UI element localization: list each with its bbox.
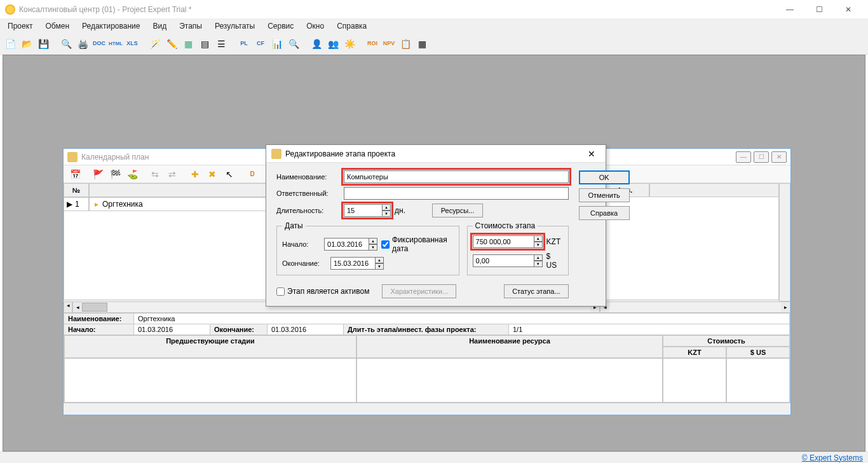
tb-open-icon[interactable]: 📂 — [19, 36, 34, 52]
col-resource-name: Наименование ресурса — [356, 335, 663, 358]
tb-html-icon[interactable]: HTML — [108, 36, 123, 52]
ct-add-icon[interactable]: ✚ — [187, 167, 203, 182]
kzt-body[interactable] — [663, 358, 726, 403]
hscroll-right[interactable]: ◂▸ — [600, 301, 790, 313]
cost-kzt-spinner[interactable]: ▲▼ — [473, 235, 543, 248]
dialog-titlebar[interactable]: Редактирование этапа проекта ✕ — [266, 145, 606, 163]
tb-zoom-icon[interactable]: 🔍 — [286, 36, 301, 52]
ct-d-icon[interactable]: D — [245, 167, 260, 182]
tb-rows-icon[interactable]: ☰ — [214, 36, 229, 52]
tb-user2-icon[interactable]: 👥 — [325, 36, 341, 52]
det-phase-value: 1/1 — [509, 324, 790, 335]
tb-table-icon[interactable]: ▤ — [197, 36, 212, 52]
cost-kzt-input[interactable] — [473, 235, 534, 248]
ct-del-icon[interactable]: ✖ — [205, 167, 220, 182]
menu-results[interactable]: Результаты — [210, 20, 260, 32]
tb-sun-icon[interactable]: ☀️ — [342, 36, 357, 52]
vscroll[interactable] — [779, 183, 790, 301]
child-maximize[interactable]: ☐ — [754, 151, 769, 163]
tb-print-icon[interactable]: 🖨️ — [75, 36, 90, 52]
tb-save-icon[interactable]: 💾 — [36, 36, 51, 52]
help-button[interactable]: Справка — [579, 206, 630, 220]
copyright-link[interactable]: © Expert Systems — [802, 453, 863, 462]
ct-link2-icon[interactable]: ⇄ — [165, 167, 180, 182]
spin-up-icon[interactable]: ▲ — [382, 204, 391, 211]
det-name-label: Наименование: — [64, 314, 134, 324]
tb-pl-icon[interactable]: PL — [236, 36, 252, 52]
menu-window[interactable]: Окно — [301, 20, 329, 32]
end-input[interactable] — [330, 257, 375, 270]
characteristics-button: Характеристики... — [382, 284, 456, 298]
name-label: Наименование: — [276, 173, 340, 181]
start-spinner[interactable]: ▲▼ — [324, 238, 377, 251]
col-predecessors: Предшествующие стадии — [64, 335, 356, 358]
menu-help[interactable]: Справка — [332, 20, 372, 32]
ct-flag2-icon[interactable]: 🏁 — [107, 167, 123, 182]
det-start-label: Начало: — [64, 324, 134, 335]
dialog-close[interactable]: ✕ — [583, 149, 600, 159]
tb-block-icon[interactable]: ▦ — [180, 36, 196, 52]
dialog-icon — [271, 149, 281, 159]
window-maximize[interactable]: ☐ — [804, 0, 834, 19]
tb-doc-icon[interactable]: DOC — [92, 36, 107, 52]
asset-box[interactable] — [276, 287, 285, 296]
menu-project[interactable]: Проект — [3, 20, 38, 32]
app-icon — [5, 4, 15, 15]
name-input[interactable] — [344, 170, 569, 183]
child-minimize[interactable]: — — [736, 151, 751, 163]
cost-usd-spinner[interactable]: ▲▼ — [473, 254, 543, 267]
tb-bs-icon[interactable]: 📊 — [269, 36, 285, 52]
tb-search-icon[interactable]: 🔍 — [58, 36, 74, 52]
menu-stages[interactable]: Этапы — [174, 20, 207, 32]
fixed-date-check[interactable]: Фиксированная дата — [381, 235, 454, 253]
window-close[interactable]: ✕ — [834, 0, 863, 19]
tb-grid-icon[interactable]: ▦ — [414, 36, 430, 52]
ok-button[interactable]: OK — [579, 170, 630, 184]
tb-new-icon[interactable]: 📄 — [3, 36, 18, 52]
det-end-value: 01.03.2016 — [268, 324, 344, 335]
resp-input[interactable] — [344, 187, 569, 200]
tb-edit-icon[interactable]: ✏️ — [164, 36, 179, 52]
cost-usd-input[interactable] — [473, 254, 534, 267]
ct-flag3-icon[interactable]: ⛳ — [125, 167, 140, 182]
cost-fieldset: Стоимость этапа ▲▼ KZT — [467, 221, 569, 275]
spin-down-icon[interactable]: ▼ — [382, 211, 391, 217]
menu-service[interactable]: Сервис — [262, 20, 299, 32]
ct-cal-icon[interactable]: 📅 — [67, 167, 83, 182]
asset-check[interactable]: Этап является активом — [276, 287, 369, 296]
ct-flag1-icon[interactable]: 🚩 — [90, 167, 105, 182]
res-body[interactable] — [356, 358, 663, 403]
window-minimize[interactable]: — — [775, 0, 804, 19]
end-spinner[interactable]: ▲▼ — [330, 257, 384, 270]
tb-roi-icon[interactable]: ROI — [365, 36, 380, 52]
app-title: Консалтинговый центр (01) - Project Expe… — [19, 5, 775, 14]
tb-wizard-icon[interactable]: 🪄 — [147, 36, 163, 52]
menu-edit[interactable]: Редактирование — [77, 20, 145, 32]
dur-label: Длительность: — [276, 207, 340, 214]
status-button[interactable]: Статус этапа... — [504, 284, 568, 298]
ct-link1-icon[interactable]: ⇆ — [147, 167, 163, 182]
splitter-left[interactable]: ◂ — [64, 301, 72, 313]
ct-select-icon[interactable]: ↖ — [222, 167, 237, 182]
mdi-workspace: Календарный план — ☐ ✕ 📅 🚩 🏁 ⛳ ⇆ ⇄ ✚ ✖ ↖… — [3, 55, 865, 452]
end-label: Окончание: — [282, 259, 327, 267]
dur-spinner[interactable]: ▲▼ — [344, 204, 391, 217]
child-close[interactable]: ✕ — [771, 151, 787, 163]
menu-view[interactable]: Вид — [147, 20, 172, 32]
tb-cf-icon[interactable]: CF — [253, 36, 268, 52]
resources-button[interactable]: Ресурсы... — [432, 204, 483, 218]
dur-input[interactable] — [344, 204, 382, 217]
menu-exchange[interactable]: Обмен — [41, 20, 75, 32]
child-title: Календарный план — [81, 153, 149, 162]
resp-label: Ответственный: — [276, 190, 340, 197]
cost-usd-cur: $ US — [546, 252, 563, 270]
tb-xls-icon[interactable]: XLS — [125, 36, 140, 52]
tb-user1-icon[interactable]: 👤 — [309, 36, 324, 52]
start-input[interactable] — [324, 238, 369, 251]
usd-body[interactable] — [726, 358, 790, 403]
pred-body[interactable] — [64, 358, 356, 403]
fixed-date-box[interactable] — [381, 240, 390, 249]
tb-npv-icon[interactable]: NPV — [381, 36, 397, 52]
cancel-button[interactable]: Отменить — [579, 188, 630, 202]
tb-clip-icon[interactable]: 📋 — [398, 36, 413, 52]
